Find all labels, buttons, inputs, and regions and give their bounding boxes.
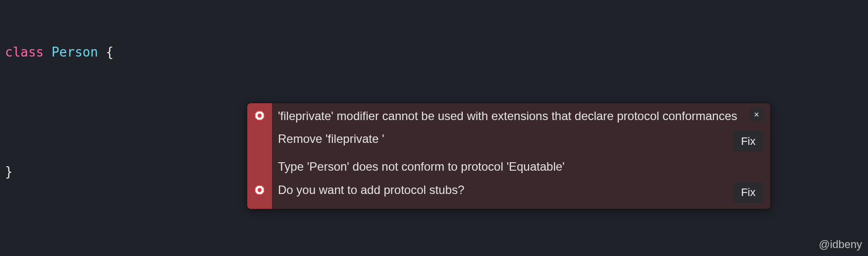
watermark: @idbeny [819, 236, 862, 253]
fix-suggestion: Do you want to add protocol stubs? [278, 182, 727, 198]
error-row: Type 'Person' does not conform to protoc… [278, 159, 763, 175]
error-message: 'fileprivate' modifier cannot be used wi… [278, 108, 744, 124]
code-line-4 [5, 222, 863, 242]
close-button[interactable]: × [750, 108, 763, 122]
fix-row: Remove 'fileprivate ' Fix [278, 131, 763, 152]
fix-button[interactable]: Fix [733, 182, 763, 203]
type-name: Person [52, 45, 98, 60]
error-octagon-icon [255, 111, 265, 121]
close-icon: × [754, 108, 760, 122]
error-popup-gutter [247, 103, 272, 209]
error-row: 'fileprivate' modifier cannot be used wi… [278, 108, 763, 124]
fix-button[interactable]: Fix [733, 131, 763, 152]
keyword-class: class [5, 45, 44, 60]
svg-point-1 [258, 114, 262, 118]
brace: { [98, 45, 113, 60]
error-message: Type 'Person' does not conform to protoc… [278, 159, 763, 175]
fix-row: Do you want to add protocol stubs? Fix [278, 182, 763, 203]
svg-point-3 [258, 188, 262, 192]
error-popup-body: 'fileprivate' modifier cannot be used wi… [272, 103, 770, 209]
error-popup: 'fileprivate' modifier cannot be used wi… [247, 103, 771, 209]
code-line-1: class Person { [5, 42, 863, 62]
fix-suggestion: Remove 'fileprivate ' [278, 131, 727, 147]
error-octagon-icon [255, 185, 265, 195]
